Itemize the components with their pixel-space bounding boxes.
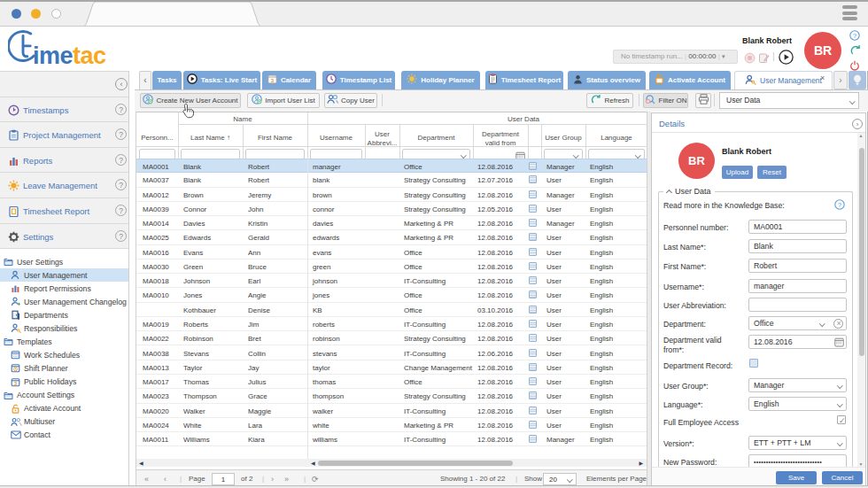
svg-text:3: 3 bbox=[14, 381, 17, 386]
svg-text:?: ? bbox=[853, 32, 857, 40]
svg-text:imetac: imetac bbox=[33, 43, 106, 67]
svg-text:?: ? bbox=[838, 201, 842, 209]
